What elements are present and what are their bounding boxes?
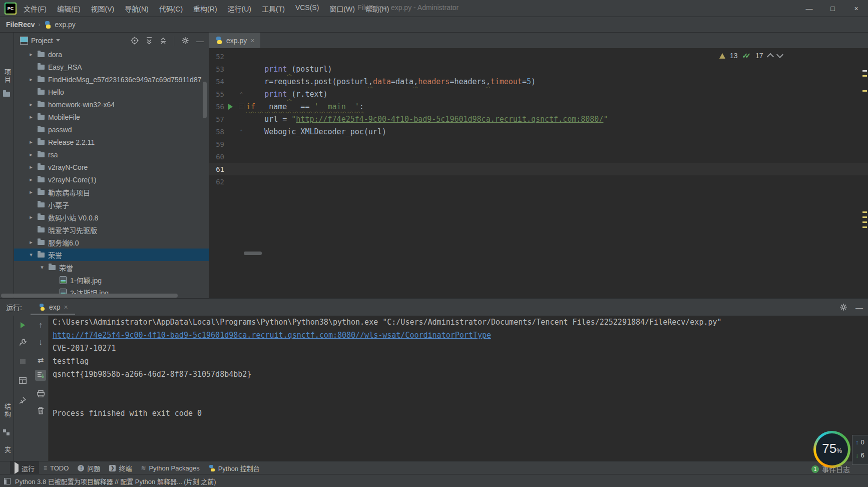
tree-expand-icon[interactable]: ▾ — [28, 252, 34, 258]
maximize-button[interactable]: □ — [821, 0, 844, 17]
project-vertical-scrollbar[interactable] — [203, 82, 207, 118]
tree-expand-icon[interactable]: ▸ — [28, 239, 34, 246]
menu-item[interactable]: 工具(T) — [262, 4, 285, 14]
error-stripe-mark[interactable] — [862, 90, 867, 92]
menu-item[interactable]: 代码(C) — [159, 4, 183, 14]
inspection-widget[interactable]: 13 ✓✓ 17 — [719, 52, 782, 60]
collapse-all-icon[interactable] — [160, 37, 167, 45]
tree-item[interactable]: ▸v2rayN-Core(1) — [14, 173, 209, 186]
tree-item[interactable]: 小栗子 — [14, 198, 209, 211]
minimize-button[interactable]: — — [797, 0, 821, 17]
run-line-icon[interactable] — [224, 104, 236, 110]
run-settings-gear-icon[interactable] — [839, 303, 847, 311]
clear-all-trash-icon[interactable] — [35, 405, 46, 416]
tree-item[interactable]: 晓爱学习先驱版 — [14, 223, 209, 236]
code-line[interactable]: 62 — [209, 175, 868, 188]
tree-expand-icon[interactable]: ▸ — [28, 114, 34, 120]
menu-item[interactable]: 导航(N) — [125, 4, 148, 14]
toolwindow-button-python-packages[interactable]: ≋Python Packages — [136, 461, 204, 474]
project-panel-title[interactable]: Project — [31, 37, 53, 45]
tree-expand-icon[interactable]: ▸ — [28, 101, 34, 108]
pin-tab-icon[interactable] — [17, 395, 28, 406]
code-line[interactable]: 58⌃ Webogic_XMLDecoder_poc(url) — [209, 125, 868, 138]
error-stripe-mark[interactable] — [862, 216, 867, 218]
tree-item[interactable]: ▸数码小站 V0.0.8 — [14, 211, 209, 223]
code-line[interactable]: 57 url = "http://f74e25f4-9c00-4f10-bad9… — [209, 113, 868, 125]
tree-expand-icon[interactable]: ▸ — [28, 76, 34, 83]
error-stripe-mark[interactable] — [862, 75, 867, 77]
down-the-stack-trace-icon[interactable]: ↓ — [35, 337, 46, 348]
tool-window-toggle-icon[interactable] — [4, 478, 11, 484]
toolwindow-button-todo[interactable]: ≡TODO — [39, 461, 73, 474]
code-line[interactable]: 61 — [209, 163, 868, 175]
menu-item[interactable]: 编辑(E) — [57, 4, 81, 14]
toolwindow-button-终端[interactable]: ❯终端 — [105, 461, 136, 474]
tree-item[interactable]: ▸homework-win32-x64 — [14, 98, 209, 111]
up-the-stack-trace-icon[interactable]: ↑ — [35, 320, 46, 331]
stop-button-disabled[interactable] — [17, 356, 28, 367]
rerun-button[interactable] — [17, 320, 28, 331]
hide-panel-button[interactable]: — — [196, 37, 204, 45]
tree-expand-icon[interactable]: ▸ — [28, 189, 34, 195]
error-stripe-mark[interactable] — [862, 211, 867, 213]
tree-expand-icon[interactable]: ▸ — [28, 139, 34, 145]
code-line[interactable]: 60 — [209, 150, 868, 163]
stripe-project-button[interactable]: 项目 — [3, 69, 12, 84]
fold-region-icon[interactable]: − — [236, 104, 246, 109]
toolwindow-button-python-控制台[interactable]: Python 控制台 — [204, 461, 264, 474]
next-issue-icon[interactable] — [776, 51, 783, 58]
code-line[interactable]: 55⌃ print (r.text) — [209, 88, 868, 100]
tree-item[interactable]: ▸MobileFile — [14, 111, 209, 123]
tree-item[interactable]: ▾荣誉 — [14, 249, 209, 261]
code-line[interactable]: 59 — [209, 138, 868, 150]
fold-marker-icon[interactable]: ⌃ — [236, 91, 246, 97]
tree-expand-icon[interactable]: ▸ — [28, 151, 34, 158]
expand-all-icon[interactable] — [146, 37, 153, 45]
tree-item[interactable]: ▸FindHideMsg_e57d231636e949a7c69d75911d8… — [14, 73, 209, 86]
menu-item[interactable]: 文件(F) — [24, 4, 47, 14]
tree-item[interactable]: ▸v2rayN-Core — [14, 161, 209, 173]
run-console[interactable]: C:\Users\Administrator\AppData\Local\Pro… — [53, 316, 863, 461]
menu-item[interactable]: 重构(R) — [193, 4, 217, 14]
breadcrumb-file[interactable]: exp.py — [55, 21, 76, 29]
tree-item[interactable]: 1-何颖.jpg — [14, 274, 209, 286]
tree-item[interactable]: ▸勒索病毒项目 — [14, 186, 209, 198]
tree-item[interactable]: ▸Release 2.2.11 — [14, 136, 209, 148]
tab-close-icon[interactable]: × — [250, 37, 254, 45]
tree-expand-icon[interactable]: ▸ — [28, 214, 34, 220]
tree-item[interactable]: passwd — [14, 123, 209, 136]
locate-file-icon[interactable] — [131, 37, 139, 45]
menu-item[interactable]: VCS(S) — [295, 4, 319, 14]
toolwindow-button-运行[interactable]: 运行 — [10, 461, 39, 474]
tree-item[interactable]: ▸rsa — [14, 148, 209, 161]
tree-item[interactable]: ▸服务端6.0 — [14, 236, 209, 249]
scroll-to-end-button[interactable] — [35, 370, 46, 381]
code-line[interactable]: 53 print (posturl) — [209, 63, 868, 75]
toolwindow-button-问题[interactable]: !问题 — [73, 461, 105, 474]
code-editor[interactable]: 5253 print (posturl)54 r=requests.post(p… — [209, 48, 868, 298]
code-line[interactable]: 54 r=requests.post(posturl,data=data,hea… — [209, 75, 868, 88]
status-message[interactable]: Python 3.8 已被配置为项目解释器 // 配置 Python 解释器..… — [15, 476, 216, 486]
menu-item[interactable]: 视图(V) — [91, 4, 115, 14]
code-line[interactable]: 56−if __name__ == '__main__': — [209, 100, 868, 113]
menu-item[interactable]: 窗口(W) — [329, 4, 355, 14]
tree-expand-icon[interactable]: ▸ — [28, 51, 34, 58]
error-stripe-mark[interactable] — [862, 226, 867, 228]
tree-item[interactable]: Hello — [14, 86, 209, 98]
tree-item[interactable]: ▾荣誉 — [14, 261, 209, 274]
run-tab-close-icon[interactable]: × — [64, 303, 68, 311]
panel-settings-gear-icon[interactable] — [181, 37, 189, 45]
project-horizontal-scrollbar[interactable] — [1, 294, 178, 298]
tree-expand-icon[interactable]: ▾ — [39, 264, 45, 271]
editor-horizontal-scrollbar[interactable] — [244, 252, 262, 255]
hide-run-panel-button[interactable]: — — [855, 303, 863, 312]
tree-item[interactable]: Easy_RSA — [14, 61, 209, 73]
tree-item[interactable]: ▸dora — [14, 48, 209, 61]
restore-layout-icon[interactable] — [17, 375, 28, 386]
edit-configuration-wrench-icon[interactable] — [17, 337, 28, 348]
close-button[interactable]: × — [844, 0, 868, 17]
error-stripe-mark[interactable] — [862, 221, 867, 223]
tree-expand-icon[interactable]: ▸ — [28, 176, 34, 183]
editor-tab-exp-py[interactable]: exp.py × — [209, 33, 260, 48]
menu-item[interactable]: 运行(U) — [228, 4, 251, 14]
